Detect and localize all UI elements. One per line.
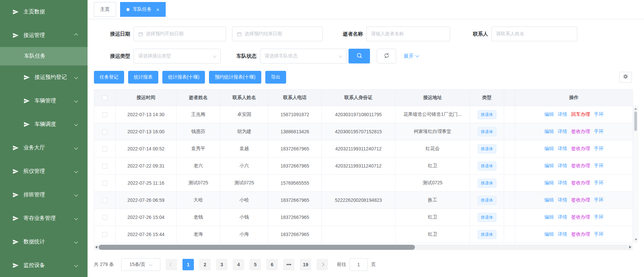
- action-link[interactable]: 编辑: [544, 214, 554, 220]
- action-link[interactable]: 详情: [558, 197, 567, 202]
- action-link[interactable]: 详情: [558, 231, 567, 237]
- page-button-5[interactable]: 5: [250, 259, 261, 270]
- vertical-scrollbar[interactable]: [633, 106, 638, 243]
- sidebar-item-4[interactable]: 车辆管理: [0, 89, 88, 112]
- action-link[interactable]: 详情: [558, 146, 567, 151]
- sidebar: 主页数据接运管理车队任务接运预约登记车辆管理车辆调度业务大厅殡仪管理排班管理寄存…: [0, 0, 88, 277]
- page-button-2[interactable]: 2: [199, 259, 211, 270]
- scroll-up-icon[interactable]: [634, 108, 637, 110]
- action-link[interactable]: 详情: [558, 111, 567, 117]
- action-link[interactable]: 手环: [594, 231, 603, 237]
- action-link[interactable]: 手环: [594, 197, 603, 202]
- sidebar-item-3[interactable]: 接运预约登记: [0, 65, 88, 89]
- action-link[interactable]: 手环: [594, 163, 603, 168]
- scroll-left-icon[interactable]: [95, 246, 97, 248]
- page-button-6[interactable]: 6: [266, 259, 278, 270]
- page-button-3[interactable]: 3: [216, 259, 227, 270]
- action-link[interactable]: 编辑: [544, 111, 554, 117]
- action-link[interactable]: 签收办理: [571, 197, 590, 202]
- stats-report-shiyan-button[interactable]: 统计报表(十堰): [162, 71, 205, 84]
- export-button[interactable]: 导出: [265, 71, 286, 84]
- close-tab-icon[interactable]: ×: [156, 7, 159, 12]
- action-link[interactable]: 编辑: [544, 129, 554, 134]
- action-link[interactable]: 手环: [594, 180, 603, 185]
- sidebar-item-5[interactable]: 车辆调度: [0, 112, 88, 136]
- row-checkbox[interactable]: [102, 232, 107, 237]
- action-link[interactable]: 详情: [558, 129, 567, 134]
- scroll-right-icon[interactable]: [629, 246, 631, 248]
- table-row: 2022-07-26 06:59大哈小哈18372667965522226200…: [94, 192, 633, 209]
- date-start-input[interactable]: 选择预约开始日期: [133, 27, 226, 41]
- cell-deceased: 袁秀平: [176, 140, 220, 157]
- action-link[interactable]: 编辑: [544, 231, 554, 237]
- row-checkbox[interactable]: [102, 215, 107, 220]
- transport-type-label: 接运类型: [94, 53, 130, 59]
- type-badge: 接遗体: [478, 127, 496, 136]
- select-all-checkbox[interactable]: [102, 95, 107, 100]
- prev-page-button[interactable]: [166, 259, 177, 270]
- reservation-stats-shiyan-label: 预约统计报表(十堰): [215, 74, 255, 80]
- sidebar-item-0[interactable]: 主页数据: [0, 0, 88, 24]
- action-link[interactable]: 签收办理: [571, 214, 590, 220]
- tab-home[interactable]: 主页: [94, 2, 116, 17]
- row-checkbox[interactable]: [102, 164, 107, 169]
- page-button-19[interactable]: 19: [300, 259, 311, 270]
- action-link[interactable]: 编辑: [544, 180, 554, 185]
- page-button-1[interactable]: 1: [182, 259, 194, 270]
- row-checkbox[interactable]: [102, 146, 107, 151]
- action-link[interactable]: 手环: [594, 111, 603, 117]
- action-link[interactable]: 签收办理: [571, 163, 590, 168]
- refresh-button[interactable]: [377, 49, 396, 63]
- sidebar-item-8[interactable]: 排班管理: [0, 183, 88, 206]
- row-checkbox[interactable]: [102, 129, 107, 134]
- horizontal-scroll-thumb[interactable]: [99, 245, 415, 250]
- horizontal-scrollbar[interactable]: [94, 244, 633, 250]
- action-link[interactable]: 手环: [594, 129, 603, 134]
- action-link[interactable]: 编辑: [544, 163, 554, 168]
- goto-page-input[interactable]: 1: [350, 258, 368, 271]
- task-register-button[interactable]: 任务登记: [94, 71, 124, 84]
- transport-type-select[interactable]: 请选择接运类型: [133, 49, 221, 63]
- vertical-scroll-thumb[interactable]: [634, 111, 637, 131]
- action-link[interactable]: 编辑: [544, 146, 554, 151]
- action-link[interactable]: 签收办理: [571, 129, 590, 134]
- stats-report-button[interactable]: 统计报表: [128, 71, 158, 84]
- next-page-button[interactable]: [317, 259, 328, 270]
- tab-fleet-tasks[interactable]: 车队任务 ×: [120, 2, 166, 17]
- action-link[interactable]: 手环: [594, 146, 603, 151]
- action-link[interactable]: 详情: [558, 180, 567, 185]
- action-link[interactable]: 手环: [594, 214, 603, 220]
- sidebar-item-6[interactable]: 业务大厅: [0, 136, 88, 159]
- fleet-status-select[interactable]: 请选择车队状态: [260, 49, 346, 63]
- row-checkbox[interactable]: [102, 181, 107, 186]
- row-checkbox[interactable]: [102, 112, 107, 117]
- action-link[interactable]: 编辑: [544, 197, 554, 202]
- action-link[interactable]: 回车办理: [571, 111, 590, 117]
- page-button-4[interactable]: 4: [233, 259, 244, 270]
- sidebar-item-9[interactable]: 寄存业务管理: [0, 206, 88, 230]
- row-checkbox[interactable]: [102, 198, 107, 203]
- date-end-input[interactable]: 选择预约结束日期: [232, 27, 323, 41]
- cell-phone: 18372667965: [268, 140, 322, 157]
- page-size-select[interactable]: 15条/页: [121, 258, 160, 271]
- action-link[interactable]: 详情: [558, 163, 567, 168]
- reservation-stats-shiyan-button[interactable]: 预约统计报表(十堰): [209, 71, 261, 84]
- scroll-down-icon[interactable]: [635, 239, 637, 241]
- sidebar-item-10[interactable]: 数据统计: [0, 230, 88, 253]
- action-link[interactable]: 详情: [558, 214, 567, 220]
- deceased-name-input[interactable]: 请输入逝者名称: [366, 27, 450, 41]
- sidebar-item-11[interactable]: 监控设备: [0, 253, 88, 277]
- action-link[interactable]: 签收办理: [571, 146, 590, 151]
- sidebar-item-7[interactable]: 殡仪管理: [0, 159, 88, 183]
- action-link[interactable]: 签收办理: [571, 180, 590, 185]
- expand-toggle[interactable]: 展开: [404, 53, 419, 59]
- sidebar-item-2[interactable]: 车队任务: [0, 47, 88, 65]
- column-settings-button[interactable]: [619, 72, 632, 83]
- cell-time: 2022-07-26 15:44: [116, 226, 176, 243]
- sidebar-item-label: 数据统计: [23, 238, 45, 245]
- sidebar-item-1[interactable]: 接运管理: [0, 24, 88, 47]
- contact-input[interactable]: 请联系人姓名: [491, 27, 577, 41]
- more-pages-button[interactable]: •••: [283, 259, 294, 270]
- search-button[interactable]: [348, 49, 370, 63]
- action-link[interactable]: 签收办理: [571, 231, 590, 237]
